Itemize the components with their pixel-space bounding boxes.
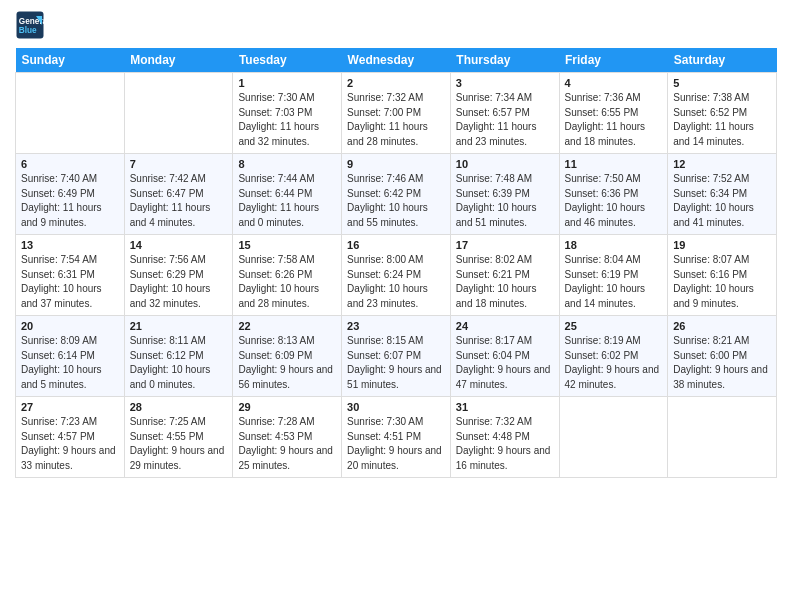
day-info: Sunrise: 7:50 AMSunset: 6:36 PMDaylight:… <box>565 172 663 230</box>
day-info: Sunrise: 7:48 AMSunset: 6:39 PMDaylight:… <box>456 172 554 230</box>
calendar-cell: 12Sunrise: 7:52 AMSunset: 6:34 PMDayligh… <box>668 154 777 235</box>
calendar-cell: 31Sunrise: 7:32 AMSunset: 4:48 PMDayligh… <box>450 397 559 478</box>
calendar-cell: 18Sunrise: 8:04 AMSunset: 6:19 PMDayligh… <box>559 235 668 316</box>
day-number: 25 <box>565 320 663 332</box>
day-number: 24 <box>456 320 554 332</box>
day-number: 8 <box>238 158 336 170</box>
day-number: 28 <box>130 401 228 413</box>
day-number: 29 <box>238 401 336 413</box>
calendar-cell: 21Sunrise: 8:11 AMSunset: 6:12 PMDayligh… <box>124 316 233 397</box>
calendar-cell: 7Sunrise: 7:42 AMSunset: 6:47 PMDaylight… <box>124 154 233 235</box>
day-info: Sunrise: 8:15 AMSunset: 6:07 PMDaylight:… <box>347 334 445 392</box>
day-info: Sunrise: 7:38 AMSunset: 6:52 PMDaylight:… <box>673 91 771 149</box>
day-number: 10 <box>456 158 554 170</box>
day-number: 7 <box>130 158 228 170</box>
day-info: Sunrise: 7:52 AMSunset: 6:34 PMDaylight:… <box>673 172 771 230</box>
calendar-cell: 8Sunrise: 7:44 AMSunset: 6:44 PMDaylight… <box>233 154 342 235</box>
day-number: 30 <box>347 401 445 413</box>
day-info: Sunrise: 7:30 AMSunset: 4:51 PMDaylight:… <box>347 415 445 473</box>
calendar-cell: 19Sunrise: 8:07 AMSunset: 6:16 PMDayligh… <box>668 235 777 316</box>
day-number: 20 <box>21 320 119 332</box>
day-header-monday: Monday <box>124 48 233 73</box>
calendar-cell: 26Sunrise: 8:21 AMSunset: 6:00 PMDayligh… <box>668 316 777 397</box>
day-info: Sunrise: 7:58 AMSunset: 6:26 PMDaylight:… <box>238 253 336 311</box>
day-info: Sunrise: 7:25 AMSunset: 4:55 PMDaylight:… <box>130 415 228 473</box>
day-number: 31 <box>456 401 554 413</box>
day-info: Sunrise: 7:44 AMSunset: 6:44 PMDaylight:… <box>238 172 336 230</box>
day-number: 6 <box>21 158 119 170</box>
day-number: 22 <box>238 320 336 332</box>
calendar-week-row: 27Sunrise: 7:23 AMSunset: 4:57 PMDayligh… <box>16 397 777 478</box>
calendar-cell <box>124 73 233 154</box>
calendar-cell: 9Sunrise: 7:46 AMSunset: 6:42 PMDaylight… <box>342 154 451 235</box>
calendar-cell: 16Sunrise: 8:00 AMSunset: 6:24 PMDayligh… <box>342 235 451 316</box>
calendar-cell: 30Sunrise: 7:30 AMSunset: 4:51 PMDayligh… <box>342 397 451 478</box>
day-info: Sunrise: 7:40 AMSunset: 6:49 PMDaylight:… <box>21 172 119 230</box>
day-number: 13 <box>21 239 119 251</box>
day-info: Sunrise: 8:00 AMSunset: 6:24 PMDaylight:… <box>347 253 445 311</box>
logo-icon: General Blue <box>15 10 45 40</box>
day-info: Sunrise: 8:11 AMSunset: 6:12 PMDaylight:… <box>130 334 228 392</box>
calendar-cell: 10Sunrise: 7:48 AMSunset: 6:39 PMDayligh… <box>450 154 559 235</box>
logo: General Blue <box>15 10 49 40</box>
day-info: Sunrise: 8:19 AMSunset: 6:02 PMDaylight:… <box>565 334 663 392</box>
calendar-cell: 1Sunrise: 7:30 AMSunset: 7:03 PMDaylight… <box>233 73 342 154</box>
calendar-cell <box>668 397 777 478</box>
day-info: Sunrise: 7:36 AMSunset: 6:55 PMDaylight:… <box>565 91 663 149</box>
day-info: Sunrise: 7:42 AMSunset: 6:47 PMDaylight:… <box>130 172 228 230</box>
day-number: 16 <box>347 239 445 251</box>
calendar-cell: 25Sunrise: 8:19 AMSunset: 6:02 PMDayligh… <box>559 316 668 397</box>
day-info: Sunrise: 8:07 AMSunset: 6:16 PMDaylight:… <box>673 253 771 311</box>
calendar-cell: 28Sunrise: 7:25 AMSunset: 4:55 PMDayligh… <box>124 397 233 478</box>
day-info: Sunrise: 7:23 AMSunset: 4:57 PMDaylight:… <box>21 415 119 473</box>
calendar-week-row: 20Sunrise: 8:09 AMSunset: 6:14 PMDayligh… <box>16 316 777 397</box>
day-number: 27 <box>21 401 119 413</box>
calendar-cell: 27Sunrise: 7:23 AMSunset: 4:57 PMDayligh… <box>16 397 125 478</box>
day-header-wednesday: Wednesday <box>342 48 451 73</box>
day-info: Sunrise: 8:02 AMSunset: 6:21 PMDaylight:… <box>456 253 554 311</box>
day-number: 11 <box>565 158 663 170</box>
day-info: Sunrise: 7:54 AMSunset: 6:31 PMDaylight:… <box>21 253 119 311</box>
day-number: 17 <box>456 239 554 251</box>
day-info: Sunrise: 8:21 AMSunset: 6:00 PMDaylight:… <box>673 334 771 392</box>
calendar-cell <box>559 397 668 478</box>
day-info: Sunrise: 8:17 AMSunset: 6:04 PMDaylight:… <box>456 334 554 392</box>
day-number: 2 <box>347 77 445 89</box>
day-number: 4 <box>565 77 663 89</box>
calendar-cell: 13Sunrise: 7:54 AMSunset: 6:31 PMDayligh… <box>16 235 125 316</box>
calendar-header-row: SundayMondayTuesdayWednesdayThursdayFrid… <box>16 48 777 73</box>
day-number: 3 <box>456 77 554 89</box>
calendar-week-row: 13Sunrise: 7:54 AMSunset: 6:31 PMDayligh… <box>16 235 777 316</box>
calendar-cell: 3Sunrise: 7:34 AMSunset: 6:57 PMDaylight… <box>450 73 559 154</box>
calendar-cell: 14Sunrise: 7:56 AMSunset: 6:29 PMDayligh… <box>124 235 233 316</box>
day-number: 5 <box>673 77 771 89</box>
calendar-table: SundayMondayTuesdayWednesdayThursdayFrid… <box>15 48 777 478</box>
day-info: Sunrise: 8:04 AMSunset: 6:19 PMDaylight:… <box>565 253 663 311</box>
day-header-saturday: Saturday <box>668 48 777 73</box>
day-number: 15 <box>238 239 336 251</box>
day-info: Sunrise: 7:34 AMSunset: 6:57 PMDaylight:… <box>456 91 554 149</box>
calendar-cell: 24Sunrise: 8:17 AMSunset: 6:04 PMDayligh… <box>450 316 559 397</box>
day-number: 12 <box>673 158 771 170</box>
day-number: 19 <box>673 239 771 251</box>
day-number: 23 <box>347 320 445 332</box>
svg-text:Blue: Blue <box>19 26 37 35</box>
day-header-tuesday: Tuesday <box>233 48 342 73</box>
day-info: Sunrise: 8:13 AMSunset: 6:09 PMDaylight:… <box>238 334 336 392</box>
day-number: 14 <box>130 239 228 251</box>
day-header-friday: Friday <box>559 48 668 73</box>
day-info: Sunrise: 7:46 AMSunset: 6:42 PMDaylight:… <box>347 172 445 230</box>
day-info: Sunrise: 7:30 AMSunset: 7:03 PMDaylight:… <box>238 91 336 149</box>
calendar-container: General Blue SundayMondayTuesdayWednesda… <box>0 0 792 612</box>
calendar-week-row: 1Sunrise: 7:30 AMSunset: 7:03 PMDaylight… <box>16 73 777 154</box>
calendar-cell: 4Sunrise: 7:36 AMSunset: 6:55 PMDaylight… <box>559 73 668 154</box>
day-info: Sunrise: 7:28 AMSunset: 4:53 PMDaylight:… <box>238 415 336 473</box>
calendar-cell: 29Sunrise: 7:28 AMSunset: 4:53 PMDayligh… <box>233 397 342 478</box>
calendar-cell: 11Sunrise: 7:50 AMSunset: 6:36 PMDayligh… <box>559 154 668 235</box>
day-info: Sunrise: 7:32 AMSunset: 4:48 PMDaylight:… <box>456 415 554 473</box>
calendar-cell: 20Sunrise: 8:09 AMSunset: 6:14 PMDayligh… <box>16 316 125 397</box>
day-number: 18 <box>565 239 663 251</box>
calendar-cell: 5Sunrise: 7:38 AMSunset: 6:52 PMDaylight… <box>668 73 777 154</box>
day-info: Sunrise: 7:56 AMSunset: 6:29 PMDaylight:… <box>130 253 228 311</box>
day-info: Sunrise: 7:32 AMSunset: 7:00 PMDaylight:… <box>347 91 445 149</box>
